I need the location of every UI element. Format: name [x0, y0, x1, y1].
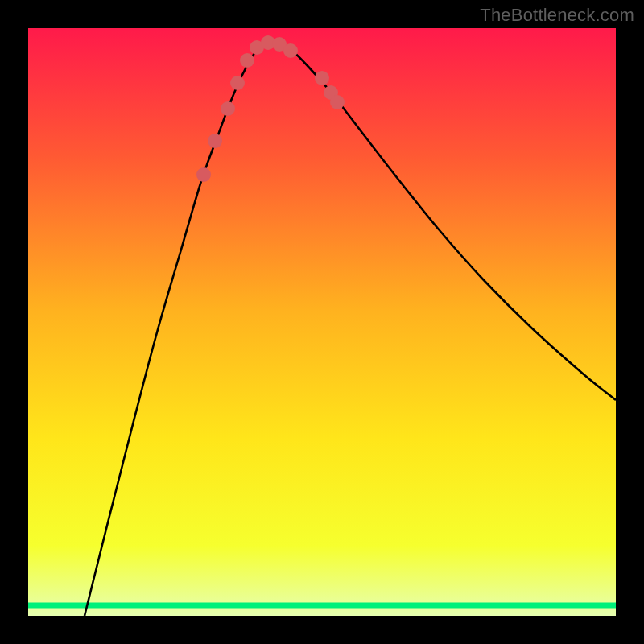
plot-area	[28, 28, 616, 616]
highlight-dot	[221, 101, 235, 116]
highlight-dot	[196, 167, 211, 182]
frame: TheBottleneck.com	[0, 0, 644, 644]
highlight-dot	[208, 134, 222, 148]
chart-svg	[28, 28, 616, 616]
watermark-text: TheBottleneck.com	[480, 5, 634, 26]
highlight-dot	[283, 43, 298, 58]
highlight-dot	[330, 95, 345, 109]
gradient-background	[28, 28, 616, 616]
highlight-dot	[230, 76, 245, 90]
highlight-dot	[240, 53, 254, 68]
highlight-dot	[315, 71, 329, 85]
